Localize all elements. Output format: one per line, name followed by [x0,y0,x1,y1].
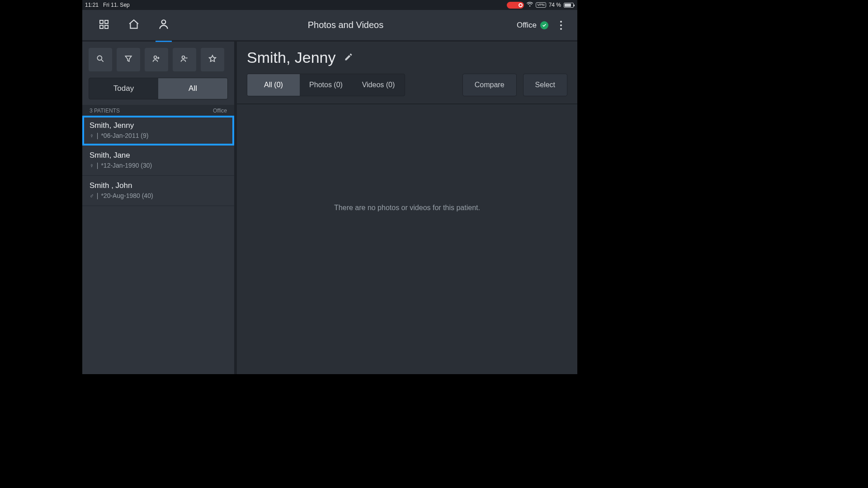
vpn-badge: VPN [536,2,546,8]
patient-list[interactable]: Smith, Jenny♀|*06-Jan-2011 (9)Smith, Jan… [82,116,234,374]
gender-icon: ♂ [90,192,94,199]
patient-meta: ♀|*06-Jan-2011 (9) [90,132,227,139]
svg-point-7 [154,56,157,59]
segment-today[interactable]: Today [89,78,158,99]
location-column-label: Office [213,108,227,114]
svg-point-4 [162,20,166,24]
app-frame: 11:21 Fri 11. Sep VPN 74 % Photos and Vi [82,0,577,374]
filter-icon [124,54,133,65]
location-chip[interactable]: Office [517,21,548,30]
battery-percent: 74 % [549,2,561,8]
selected-patient-name: Smith, Jenny [247,49,336,66]
svg-rect-0 [100,20,103,23]
battery-icon [564,3,574,8]
home-icon [128,19,140,32]
gender-icon: ♀ [90,132,94,139]
patient-meta: ♀|*12-Jan-1990 (30) [90,162,227,169]
pencil-icon [344,55,353,63]
select-button[interactable]: Select [523,74,567,96]
compare-button[interactable]: Compare [462,74,517,96]
segment-all[interactable]: All [158,78,227,99]
edit-patient-button[interactable] [344,52,353,63]
status-bar: 11:21 Fri 11. Sep VPN 74 % [82,0,577,10]
user-minus-icon [180,54,189,65]
top-bar: Photos and Videos Office [82,10,577,42]
status-time: 11:21 [85,2,99,8]
patient-list-item[interactable]: Smith , John♂|*20-Aug-1980 (40) [82,176,234,206]
location-label: Office [517,21,537,30]
patient-meta: ♂|*20-Aug-1980 (40) [90,192,227,199]
svg-rect-1 [105,20,108,23]
home-nav-button[interactable] [123,14,145,36]
svg-point-10 [182,56,185,59]
date-segment: Today All [89,78,228,99]
media-tab-videos[interactable]: Videos (0) [352,74,405,96]
filter-button[interactable] [117,48,140,71]
svg-rect-2 [100,25,103,28]
media-tab-photos[interactable]: Photos (0) [300,74,352,96]
svg-line-6 [102,60,104,62]
search-button[interactable] [89,48,112,71]
patient-list-item[interactable]: Smith, Jane♀|*12-Jan-1990 (30) [82,145,234,176]
patient-name: Smith , John [90,181,227,190]
user-plus-icon [152,54,161,65]
wifi-icon [527,2,533,8]
check-circle-icon [540,21,548,29]
dashboard-nav-button[interactable] [93,14,115,36]
media-tab-all[interactable]: All (0) [247,74,300,96]
empty-state-message: There are no photos or videos for this p… [237,104,577,374]
gender-icon: ♀ [90,162,94,169]
search-icon [96,54,105,65]
patient-sidebar: Today All 3 PATIENTS Office Smith, Jenny… [82,42,237,374]
remove-patient-button[interactable] [173,48,196,71]
star-icon [208,54,217,65]
person-icon [158,19,170,32]
add-patient-button[interactable] [145,48,168,71]
favorite-button[interactable] [201,48,224,71]
screen-record-indicator[interactable] [507,2,524,9]
patient-count-label: 3 PATIENTS [90,108,120,114]
page-title: Photos and Videos [175,20,517,30]
grid-icon [99,19,109,32]
svg-rect-3 [105,25,108,28]
more-menu-button[interactable] [555,16,567,34]
patient-name: Smith, Jenny [90,121,227,130]
status-date: Fri 11. Sep [103,2,130,8]
svg-point-5 [97,56,102,60]
patient-list-item[interactable]: Smith, Jenny♀|*06-Jan-2011 (9) [82,116,234,145]
main-panel: Smith, Jenny All (0) Photos (0) Videos (… [237,42,577,374]
media-type-segment: All (0) Photos (0) Videos (0) [247,74,405,96]
patient-name: Smith, Jane [90,151,227,160]
patients-nav-button[interactable] [153,14,175,36]
